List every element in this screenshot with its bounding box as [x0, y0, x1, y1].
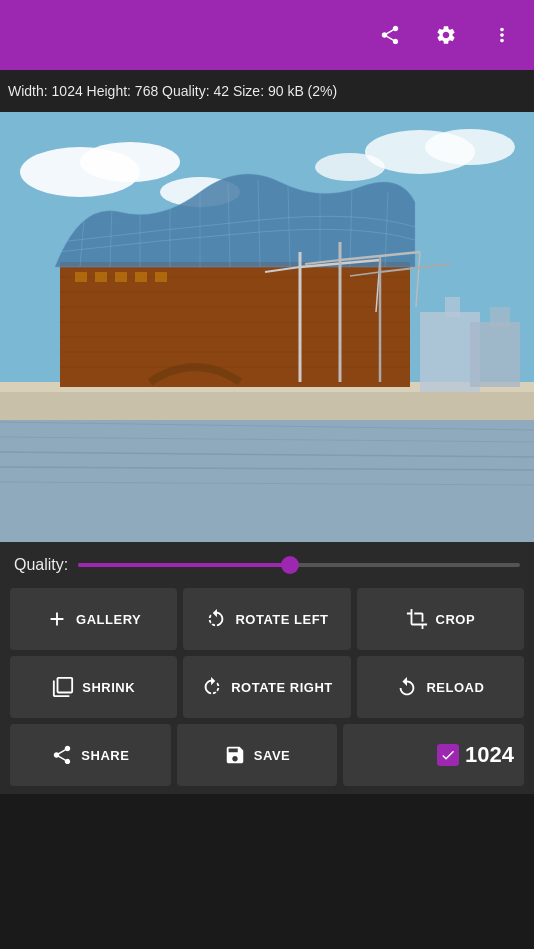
svg-point-5 [425, 129, 515, 165]
save-button[interactable]: SAVE [177, 724, 338, 786]
share-label: SHARE [81, 748, 129, 763]
rotate-right-icon [201, 676, 223, 698]
building-illustration [0, 112, 534, 542]
rotate-left-button[interactable]: ROTATE LEFT [183, 588, 350, 650]
size-box: 1024 [343, 724, 524, 786]
svg-point-2 [80, 142, 180, 182]
quality-label: Quality: [14, 556, 68, 574]
rotate-left-label: ROTATE LEFT [235, 612, 328, 627]
share-icon [51, 744, 73, 766]
shrink-label: SHRINK [82, 680, 135, 695]
svg-rect-15 [60, 262, 410, 387]
share-button[interactable]: SHARE [10, 724, 171, 786]
more-options-button[interactable] [482, 15, 522, 55]
rotate-left-icon [205, 608, 227, 630]
shrink-button[interactable]: SHRINK [10, 656, 177, 718]
svg-rect-52 [470, 322, 520, 387]
share-toolbar-button[interactable] [370, 15, 410, 55]
gallery-label: GALLERY [76, 612, 141, 627]
bottom-row: SHARE SAVE 1024 [10, 724, 524, 786]
svg-rect-7 [0, 412, 534, 542]
checkmark-icon [440, 747, 456, 763]
settings-toolbar-button[interactable] [426, 15, 466, 55]
reload-button[interactable]: RELOAD [357, 656, 524, 718]
bottom-panel: Quality: GALLERY ROTATE LEFT CROP [0, 542, 534, 794]
svg-point-6 [315, 153, 385, 181]
svg-rect-25 [115, 272, 127, 282]
plus-icon [46, 608, 68, 630]
crop-label: CROP [436, 612, 476, 627]
action-button-grid: GALLERY ROTATE LEFT CROP SHRINK [10, 588, 524, 718]
svg-rect-13 [0, 390, 534, 420]
svg-rect-23 [75, 272, 87, 282]
size-value[interactable]: 1024 [465, 742, 514, 768]
svg-rect-53 [490, 307, 510, 327]
rotate-right-label: ROTATE RIGHT [231, 680, 333, 695]
gallery-button[interactable]: GALLERY [10, 588, 177, 650]
svg-rect-27 [155, 272, 167, 282]
quality-slider[interactable] [78, 563, 520, 567]
info-bar: Width: 1024 Height: 768 Quality: 42 Size… [0, 70, 534, 112]
reload-icon [396, 676, 418, 698]
image-info-text: Width: 1024 Height: 768 Quality: 42 Size… [8, 83, 337, 99]
quality-slider-fill [78, 563, 290, 567]
rotate-right-button[interactable]: ROTATE RIGHT [183, 656, 350, 718]
toolbar [0, 0, 534, 70]
svg-rect-51 [445, 297, 460, 317]
quality-row: Quality: [10, 556, 524, 574]
save-icon [224, 744, 246, 766]
reload-label: RELOAD [426, 680, 484, 695]
crop-icon [406, 608, 428, 630]
svg-rect-26 [135, 272, 147, 282]
image-preview [0, 112, 534, 542]
size-checkbox[interactable] [437, 744, 459, 766]
save-label: SAVE [254, 748, 290, 763]
svg-rect-24 [95, 272, 107, 282]
shrink-icon [52, 676, 74, 698]
quality-slider-thumb[interactable] [281, 556, 299, 574]
crop-button[interactable]: CROP [357, 588, 524, 650]
